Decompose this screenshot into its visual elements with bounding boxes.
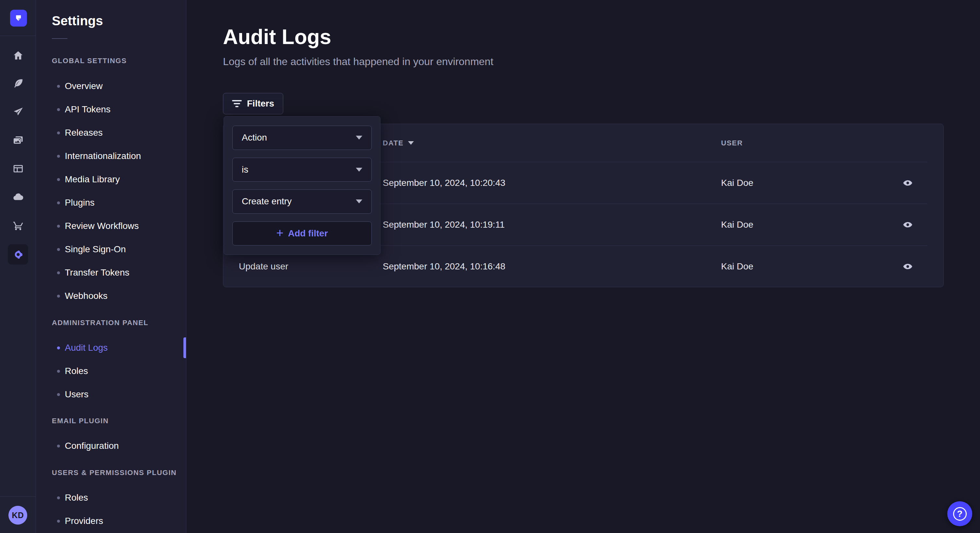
sidebar-item-up-providers[interactable]: Providers	[52, 509, 186, 533]
bullet-icon	[57, 85, 60, 88]
view-details-button[interactable]	[900, 217, 915, 232]
chevron-down-icon	[356, 200, 362, 203]
plus-icon: +	[276, 227, 283, 239]
bullet-icon	[57, 132, 60, 134]
users-permissions-list: Roles Providers	[52, 486, 186, 533]
cell-action: Update user	[239, 261, 383, 272]
sidebar-item-single-sign-on[interactable]: Single Sign-On	[52, 238, 186, 261]
bullet-icon	[57, 155, 60, 158]
sidebar-item-label: Roles	[65, 366, 88, 376]
sidebar-item-plugins[interactable]: Plugins	[52, 191, 186, 214]
rail-divider-bottom	[0, 497, 36, 497]
bullet-icon	[57, 225, 60, 228]
sidebar-item-configuration[interactable]: Configuration	[52, 434, 186, 458]
section-email-plugin: EMAIL PLUGIN	[52, 416, 186, 425]
subnav-title: Settings	[52, 13, 186, 29]
bullet-icon	[57, 444, 60, 447]
filter-value-value: Create entry	[242, 196, 292, 206]
eye-icon	[902, 178, 913, 188]
strapi-admin: KD Settings GLOBAL SETTINGS Overview API…	[0, 0, 980, 533]
add-filter-button[interactable]: + Add filter	[232, 222, 372, 246]
sidebar-item-webhooks[interactable]: Webhooks	[52, 284, 186, 308]
sidebar-item-label: Review Workflows	[65, 221, 139, 231]
chevron-down-icon	[356, 136, 362, 140]
media-library-icon[interactable]	[8, 130, 28, 151]
bullet-icon	[57, 295, 60, 298]
cell-user: Kai Doe	[721, 219, 887, 230]
filters-button[interactable]: Filters	[223, 93, 283, 114]
sidebar-item-up-roles[interactable]: Roles	[52, 486, 186, 509]
bullet-icon	[57, 497, 60, 499]
settings-icon[interactable]	[8, 244, 28, 265]
column-header-date[interactable]: DATE	[383, 139, 721, 148]
page-subtitle: Logs of all the activities that happened…	[223, 55, 493, 68]
sidebar-item-internationalization[interactable]: Internationalization	[52, 144, 186, 168]
sidebar-item-label: Releases	[65, 128, 103, 138]
sidebar-item-label: Configuration	[65, 441, 119, 451]
section-users-permissions-plugin: USERS & PERMISSIONS PLUGIN	[52, 468, 186, 477]
rail-divider-top	[0, 36, 36, 36]
sidebar-item-label: Media Library	[65, 174, 120, 185]
filter-value-select[interactable]: Create entry	[232, 189, 372, 214]
chevron-down-icon	[356, 168, 362, 171]
sidebar-item-api-tokens[interactable]: API Tokens	[52, 98, 186, 121]
icon-rail: KD	[0, 0, 36, 533]
sidebar-item-admin-users[interactable]: Users	[52, 383, 186, 406]
strapi-logo[interactable]	[10, 10, 27, 27]
sidebar-item-releases[interactable]: Releases	[52, 121, 186, 144]
bullet-icon	[57, 370, 60, 373]
content-manager-icon[interactable]	[8, 73, 28, 93]
help-button[interactable]: ?	[947, 501, 972, 526]
bullet-icon	[57, 248, 60, 251]
cell-date: September 10, 2024, 10:20:43	[383, 178, 721, 188]
administration-panel-list: Audit Logs Roles Users	[52, 336, 186, 406]
sidebar-item-admin-roles[interactable]: Roles	[52, 359, 186, 383]
user-avatar[interactable]: KD	[8, 506, 27, 525]
filter-icon	[232, 100, 242, 107]
view-details-button[interactable]	[900, 176, 915, 190]
sidebar-item-audit-logs[interactable]: Audit Logs	[52, 336, 186, 359]
sidebar-item-review-workflows[interactable]: Review Workflows	[52, 214, 186, 238]
column-header-user: USER	[721, 139, 887, 148]
marketplace-icon[interactable]	[8, 215, 28, 235]
sidebar-item-label: Roles	[65, 493, 88, 503]
filter-field-select[interactable]: Action	[232, 125, 372, 150]
filters-button-label: Filters	[247, 98, 274, 109]
cell-date: September 10, 2024, 10:16:48	[383, 261, 721, 272]
column-header-date-label: DATE	[383, 139, 404, 148]
sidebar-item-label: Single Sign-On	[65, 244, 126, 254]
filter-operator-value: is	[242, 165, 248, 175]
cloud-icon[interactable]	[8, 187, 28, 207]
filter-operator-select[interactable]: is	[232, 158, 372, 182]
content-type-builder-icon[interactable]	[8, 159, 28, 179]
eye-icon	[902, 219, 913, 230]
settings-subnav: Settings GLOBAL SETTINGS Overview API To…	[36, 0, 186, 533]
sidebar-item-transfer-tokens[interactable]: Transfer Tokens	[52, 261, 186, 284]
email-plugin-list: Configuration	[52, 434, 186, 458]
bullet-icon	[57, 108, 60, 111]
sort-descending-icon	[408, 141, 414, 145]
sidebar-item-label: Users	[65, 389, 89, 400]
bullet-icon	[57, 520, 60, 523]
section-global-settings: GLOBAL SETTINGS	[52, 56, 186, 65]
view-details-button[interactable]	[900, 259, 915, 274]
subnav-title-divider	[52, 38, 67, 39]
cell-user: Kai Doe	[721, 261, 887, 272]
sidebar-item-media-library[interactable]: Media Library	[52, 168, 186, 191]
bullet-icon	[57, 178, 60, 181]
main-content: Audit Logs Logs of all the activities th…	[186, 0, 980, 533]
releases-icon[interactable]	[8, 102, 28, 122]
page-title: Audit Logs	[223, 25, 331, 49]
sidebar-item-overview[interactable]: Overview	[52, 75, 186, 98]
home-icon[interactable]	[8, 45, 28, 65]
sidebar-item-label: Overview	[65, 81, 103, 91]
section-administration-panel: ADMINISTRATION PANEL	[52, 318, 186, 327]
filter-popover: Action is Create entry + Add filter	[224, 116, 380, 255]
global-settings-list: Overview API Tokens Releases Internation…	[52, 75, 186, 308]
bullet-icon	[57, 393, 60, 396]
sidebar-item-label: Audit Logs	[65, 343, 108, 353]
strapi-logo-icon	[14, 13, 23, 23]
sidebar-item-label: API Tokens	[65, 104, 110, 115]
question-mark-icon: ?	[953, 507, 967, 521]
eye-icon	[902, 261, 913, 272]
